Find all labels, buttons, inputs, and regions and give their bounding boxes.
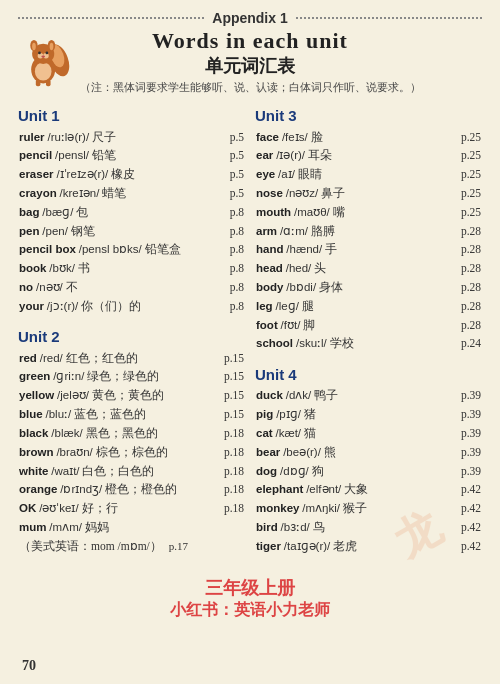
- word: ear: [256, 149, 273, 161]
- appendix-label: Appendix 1: [204, 10, 295, 26]
- title-chinese: 单元词汇表: [18, 54, 482, 78]
- meaning: 眼睛: [298, 168, 322, 180]
- table-row: book /bʊk/ 书 p.8: [18, 260, 245, 279]
- table-row: mum /mʌm/ 妈妈: [18, 518, 245, 537]
- phonetic: /feɪs/: [282, 131, 308, 143]
- word: hand: [256, 243, 283, 255]
- meaning: 橙色；橙色的: [105, 483, 177, 495]
- meaning: 猪: [304, 408, 316, 420]
- page-ref: p.15: [217, 387, 245, 406]
- meaning: 包: [76, 206, 88, 218]
- word: pencil: [19, 149, 52, 161]
- page-ref: p.5: [224, 147, 245, 166]
- phonetic: /dʌk/: [286, 389, 312, 401]
- page-ref: p.5: [224, 128, 245, 147]
- phonetic: /ɒrɪndʒ/: [60, 483, 102, 495]
- meaning: 棕色；棕色的: [96, 446, 168, 458]
- word: bear: [256, 446, 280, 458]
- phonetic: /red/: [40, 352, 63, 364]
- table-row: arm /ɑːm/ 胳膊 p.28: [255, 222, 482, 241]
- word: bag: [19, 206, 39, 218]
- meaning: 绿色；绿色的: [87, 370, 159, 382]
- table-row: eraser /ɪˈreɪzə(r)/ 橡皮 p.5: [18, 166, 245, 185]
- word: nose: [256, 187, 283, 199]
- dot-line-left: [18, 17, 204, 19]
- meaning: 尺子: [92, 131, 116, 143]
- meaning: 鼻子: [321, 187, 345, 199]
- page-ref: p.42: [445, 518, 482, 537]
- unit2-table: red /red/ 红色；红色的 p.15 green /ɡriːn/ 绿色；绿…: [18, 349, 245, 556]
- unit2-title: Unit 2: [18, 328, 245, 345]
- meaning: 黑色；黑色的: [86, 427, 158, 439]
- page-ref: p.39: [445, 387, 482, 406]
- phonetic: /maʊθ/: [294, 206, 330, 218]
- phonetic: /elfənt/: [306, 483, 341, 495]
- meaning: 脸: [311, 131, 323, 143]
- word: leg: [256, 300, 273, 312]
- table-row: ruler /ruːlə(r)/ 尺子 p.5: [18, 128, 245, 147]
- page-ref: p.25: [441, 184, 482, 203]
- meaning: 老虎: [333, 540, 357, 552]
- phonetic: /pen/: [42, 225, 68, 237]
- word: head: [256, 262, 283, 274]
- page-ref: p.28: [441, 222, 482, 241]
- meaning: 不: [66, 281, 78, 293]
- word: ruler: [19, 131, 45, 143]
- page-ref: p.18: [217, 424, 245, 443]
- phonetic: /bɜːd/: [281, 521, 310, 533]
- word: book: [19, 262, 46, 274]
- page-ref: p.25: [441, 128, 482, 147]
- word: no: [19, 281, 33, 293]
- phonetic: /jɔː(r)/: [47, 300, 78, 312]
- unit1-table: ruler /ruːlə(r)/ 尺子 p.5 pencil /pensl/ 铅…: [18, 128, 245, 316]
- table-row: dog /dɒɡ/ 狗 p.39: [255, 462, 482, 481]
- word: cat: [256, 427, 273, 439]
- table-row: leg /leɡ/ 腿 p.28: [255, 297, 482, 316]
- phonetic: /dɒɡ/: [280, 465, 309, 477]
- table-row: crayon /kreɪən/ 蜡笔 p.5: [18, 184, 245, 203]
- page-ref: p.42: [445, 500, 482, 519]
- appendix-header: Appendix 1: [18, 10, 482, 26]
- table-row: pen /pen/ 钢笔 p.8: [18, 222, 245, 241]
- word: pencil box: [19, 243, 76, 255]
- word: orange: [19, 483, 57, 495]
- unit2-section: Unit 2 red /red/ 红色；红色的 p.15 green /ɡriː…: [18, 328, 245, 556]
- phonetic: /hed/: [286, 262, 312, 274]
- table-row: body /bɒdi/ 身体 p.28: [255, 279, 482, 298]
- phonetic: /ɑːm/: [280, 225, 308, 237]
- word: green: [19, 370, 50, 382]
- meaning: 橡皮: [111, 168, 135, 180]
- table-row: bird /bɜːd/ 鸟 p.42: [255, 518, 482, 537]
- phonetic: /mʌm/: [49, 521, 82, 533]
- word: body: [256, 281, 283, 293]
- word: monkey: [256, 502, 299, 514]
- table-row: brown /braʊn/ 棕色；棕色的 p.18: [18, 443, 245, 462]
- table-row: white /waɪt/ 白色；白色的 p.18: [18, 462, 245, 481]
- word: elephant: [256, 483, 303, 495]
- meaning: 你（们）的: [81, 300, 141, 312]
- unit4-section: Unit 4 duck /dʌk/ 鸭子 p.39 pig /pɪɡ/ 猪 p.…: [255, 366, 482, 556]
- word: OK: [19, 502, 36, 514]
- meaning: 手: [325, 243, 337, 255]
- word: red: [19, 352, 37, 364]
- page-ref: p.42: [445, 481, 482, 500]
- phonetic: /ɡriːn/: [53, 370, 84, 382]
- meaning: 头: [314, 262, 326, 274]
- phonetic: /nəʊz/: [286, 187, 319, 199]
- phonetic: /bʊk/: [49, 262, 75, 274]
- page-ref: p.15: [217, 406, 245, 425]
- word: mouth: [256, 206, 291, 218]
- page-ref: p.8: [224, 241, 245, 260]
- meaning: 熊: [324, 446, 336, 458]
- page-ref: p.18: [217, 443, 245, 462]
- phonetic: /bæɡ/: [42, 206, 73, 218]
- phonetic: /beə(r)/: [283, 446, 321, 458]
- page-ref: p.5: [224, 184, 245, 203]
- table-row: foot /fʊt/ 脚 p.28: [255, 316, 482, 335]
- phonetic: /leɡ/: [276, 300, 299, 312]
- table-row: nose /nəʊz/ 鼻子 p.25: [255, 184, 482, 203]
- word: your: [19, 300, 44, 312]
- table-row: orange /ɒrɪndʒ/ 橙色；橙色的 p.18: [18, 481, 245, 500]
- phonetic: /nəʊ/: [36, 281, 63, 293]
- phonetic: /fʊt/: [281, 319, 301, 331]
